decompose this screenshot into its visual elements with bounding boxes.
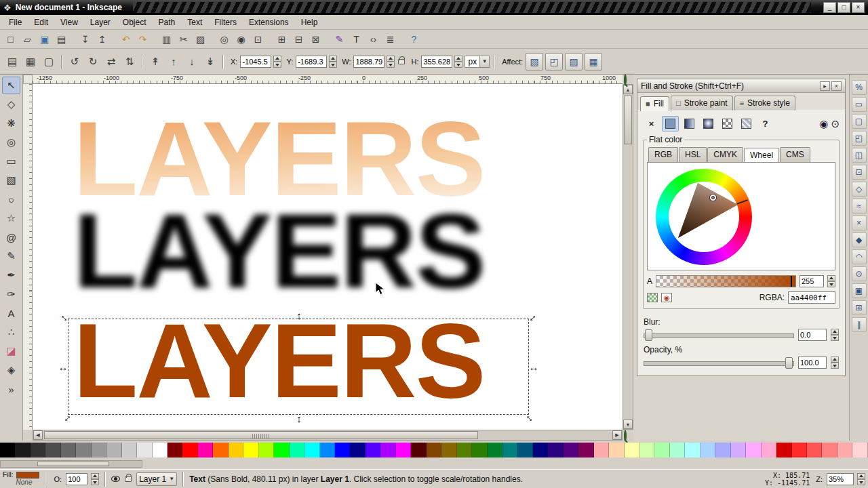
snap-toggle-button[interactable]: % xyxy=(852,80,867,95)
fill-rule-evenodd-button[interactable]: ◉ xyxy=(819,118,828,130)
opacity-status-spinner[interactable] xyxy=(91,473,99,485)
spin-down-icon[interactable] xyxy=(329,62,337,68)
layer-lock-icon[interactable] xyxy=(125,476,132,482)
tweak-tool[interactable]: ❋ xyxy=(2,115,20,132)
width-spinner[interactable] xyxy=(387,56,395,68)
menu-object[interactable]: Object xyxy=(117,16,153,29)
palette-swatch[interactable] xyxy=(715,443,730,458)
fill-color-swatch[interactable] xyxy=(16,472,39,479)
palette-swatch[interactable] xyxy=(670,443,685,458)
scroll-up-button[interactable]: ▲ xyxy=(623,85,633,94)
lock-ratio-icon[interactable] xyxy=(398,59,405,64)
palette-swatch[interactable] xyxy=(137,443,152,458)
print-button[interactable]: ▤ xyxy=(54,31,69,47)
scroll-left-button[interactable]: ◀ xyxy=(33,430,43,440)
fill-stroke-indicator[interactable]: Fill: None xyxy=(3,472,39,486)
opacity-field[interactable] xyxy=(798,357,827,369)
select-all-layers-button[interactable]: ▦ xyxy=(22,53,39,70)
color-wheel-area[interactable] xyxy=(647,162,835,270)
palette-swatch[interactable] xyxy=(380,443,395,458)
snap-bbox-centers-button[interactable]: ⊡ xyxy=(852,165,867,180)
xml-editor-button[interactable]: ‹› xyxy=(366,31,381,47)
save-button[interactable]: ▣ xyxy=(37,31,52,47)
lower-button[interactable]: ↓ xyxy=(184,53,200,70)
snap-centers-button[interactable]: ⊙ xyxy=(852,266,867,281)
star-tool[interactable]: ☆ xyxy=(2,209,20,227)
scale-stroke-toggle[interactable]: ▧ xyxy=(526,53,543,70)
spin-up-icon[interactable] xyxy=(831,329,839,335)
height-spinner[interactable] xyxy=(454,56,462,68)
palette-swatch[interactable] xyxy=(533,443,548,458)
text-tool[interactable]: A xyxy=(2,304,20,322)
palette-scroll-thumb[interactable] xyxy=(37,462,109,466)
rotate-cw-button[interactable]: ↻ xyxy=(85,53,101,70)
palette-swatch[interactable] xyxy=(350,443,365,458)
spin-up-icon[interactable] xyxy=(831,357,839,363)
x-spinner[interactable] xyxy=(273,56,281,68)
new-document-button[interactable]: □ xyxy=(3,31,18,47)
palette-swatch[interactable] xyxy=(792,443,807,458)
palette-swatch[interactable] xyxy=(182,443,197,458)
menu-text[interactable]: Text xyxy=(181,16,208,29)
menu-layer[interactable]: Layer xyxy=(84,16,117,29)
palette-swatch[interactable] xyxy=(746,443,761,458)
color-tab-cms[interactable]: CMS xyxy=(780,147,810,162)
palette-swatch[interactable] xyxy=(167,443,182,458)
spin-up-icon[interactable] xyxy=(387,56,395,62)
snap-midpoints-button[interactable]: ◠ xyxy=(852,249,867,264)
blur-spinner[interactable] xyxy=(831,329,839,341)
scale-corners-toggle[interactable]: ◰ xyxy=(545,53,563,70)
palette-swatch[interactable] xyxy=(654,443,669,458)
color-marker[interactable] xyxy=(710,195,716,201)
dock-menu-button[interactable]: ▸ xyxy=(820,81,830,91)
width-field[interactable] xyxy=(353,56,384,68)
palette-swatch[interactable] xyxy=(807,443,822,458)
palette-swatch[interactable] xyxy=(396,443,411,458)
color-tab-wheel[interactable]: Wheel xyxy=(744,148,779,163)
sticky-zoom-button[interactable] xyxy=(624,75,627,85)
palette-swatch[interactable] xyxy=(229,443,243,458)
spin-down-icon[interactable] xyxy=(273,62,281,68)
zoom-tool[interactable]: ◎ xyxy=(2,134,20,151)
snap-bbox-button[interactable]: ▭ xyxy=(852,97,867,112)
palette-swatch[interactable] xyxy=(274,443,289,458)
color-tab-hsl[interactable]: HSL xyxy=(679,147,707,162)
palette-chip-icon[interactable] xyxy=(647,293,658,302)
palette-swatch[interactable] xyxy=(502,443,517,458)
rgba-field[interactable] xyxy=(788,291,835,304)
zoom-corner-button[interactable] xyxy=(624,431,627,441)
deselect-button[interactable]: ▢ xyxy=(41,53,57,70)
selection-handle-sw[interactable]: ↔ xyxy=(58,409,74,425)
opacity-spinner[interactable] xyxy=(831,357,839,369)
selection-handle-nw[interactable]: ↔ xyxy=(58,309,74,325)
scroll-down-button[interactable]: ▼ xyxy=(623,420,633,429)
flip-horizontal-button[interactable]: ⇄ xyxy=(103,53,119,70)
spin-down-icon[interactable] xyxy=(91,479,99,485)
find-button[interactable]: ? xyxy=(406,31,422,47)
palette-swatch[interactable] xyxy=(243,443,258,458)
vertical-ruler[interactable] xyxy=(23,84,33,430)
selection-handle-s[interactable]: ↕ xyxy=(294,413,304,424)
select-all-button[interactable]: ▤ xyxy=(4,53,20,70)
spin-up-icon[interactable] xyxy=(827,275,835,281)
palette-swatch[interactable] xyxy=(106,443,121,458)
menu-view[interactable]: View xyxy=(54,16,84,29)
box3d-tool[interactable]: ▧ xyxy=(2,171,20,189)
height-field[interactable] xyxy=(421,56,452,68)
spin-up-icon[interactable] xyxy=(454,56,462,62)
dock-close-button[interactable]: × xyxy=(831,81,842,91)
snap-bbox-edges-button[interactable]: ▢ xyxy=(852,114,867,129)
move-gradients-toggle[interactable]: ▨ xyxy=(565,53,583,70)
pencil-tool[interactable]: ✎ xyxy=(2,247,20,265)
bezier-tool[interactable]: ✒ xyxy=(2,266,20,284)
palette-swatch[interactable] xyxy=(76,443,91,458)
rotate-ccw-button[interactable]: ↺ xyxy=(66,53,83,70)
palette-swatch[interactable] xyxy=(548,443,563,458)
palette-swatch[interactable] xyxy=(304,443,319,458)
scroll-right-button[interactable]: ▶ xyxy=(612,430,622,440)
palette-swatch[interactable] xyxy=(564,443,578,458)
palette-swatch[interactable] xyxy=(31,443,45,458)
minimize-button[interactable]: _ xyxy=(823,2,836,13)
clone-button[interactable]: ⊟ xyxy=(291,31,307,47)
horizontal-ruler[interactable]: -1250-1000-750-500-25002505007501000 xyxy=(33,75,623,84)
